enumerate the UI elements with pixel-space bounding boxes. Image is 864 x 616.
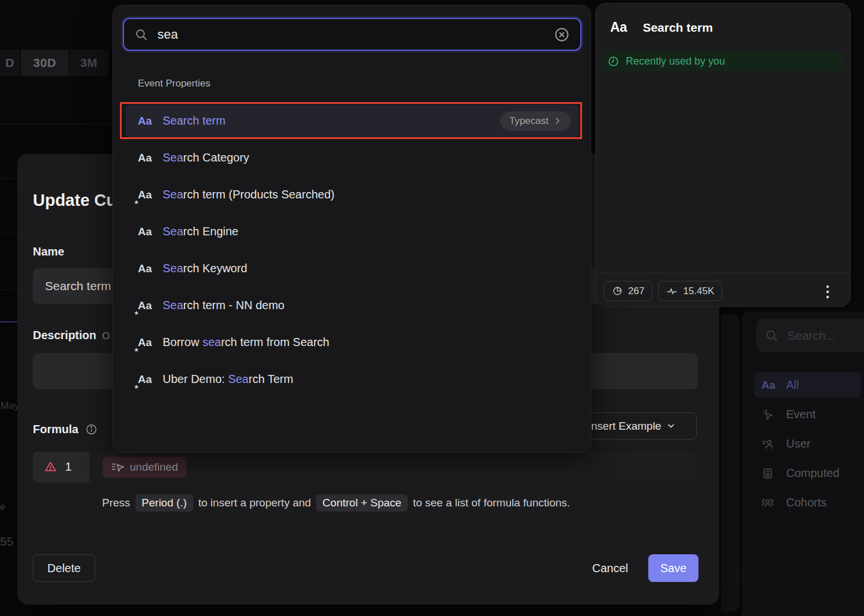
- description-label: DescriptionO: [33, 329, 110, 342]
- list-item-search-category[interactable]: Aa★ Search Category: [126, 141, 579, 174]
- kbd-period: Period (.): [136, 494, 193, 512]
- aa-glyph: Aa: [138, 299, 152, 311]
- property-label: Search term - NN demo: [163, 299, 284, 312]
- name-label: Name: [33, 245, 64, 258]
- background-divider: [0, 124, 112, 125]
- sidebar-item-cohorts[interactable]: Cohorts: [754, 490, 861, 516]
- label-suf: rch Category: [183, 151, 250, 164]
- aa-glyph: Aa: [138, 152, 152, 164]
- chevron-right-icon: [553, 117, 562, 125]
- typecast-button[interactable]: Typecast: [500, 111, 571, 131]
- text-property-icon: Aa★: [138, 373, 154, 386]
- text-property-icon: Aa★: [138, 299, 154, 312]
- volume-pill[interactable]: 15.45K: [658, 281, 722, 301]
- time-tab-3m[interactable]: 3M: [69, 50, 108, 76]
- label-suf: rch Term: [249, 373, 293, 385]
- aa-glyph: Aa: [138, 336, 152, 348]
- time-range-selector: D 30D 3M: [0, 50, 108, 76]
- calculator-icon: [761, 467, 779, 480]
- label-match: Sea: [163, 114, 183, 127]
- property-label: Uber Demo: Search Term: [163, 373, 293, 386]
- property-results-list: Aa★ Search term Typecast Aa★ Search Cate…: [126, 104, 579, 400]
- property-label: Search Category: [163, 151, 249, 164]
- cancel-button[interactable]: Cancel: [589, 554, 632, 582]
- delete-button[interactable]: Delete: [33, 554, 95, 582]
- search-input[interactable]: [156, 27, 546, 43]
- recently-used-badge: Recently used by you: [602, 51, 844, 71]
- time-tab-30d[interactable]: 30D: [21, 50, 69, 76]
- text-property-icon: Aa★: [138, 336, 154, 349]
- clear-search-icon[interactable]: [554, 27, 570, 43]
- details-footer-divider: [596, 273, 850, 273]
- sidebar-item-all[interactable]: Aa All: [754, 372, 861, 398]
- sidebar-item-label: Event: [786, 408, 816, 421]
- aa-glyph: Aa: [138, 373, 152, 385]
- background-card-edge: [721, 314, 740, 611]
- details-header: Aa Search term: [610, 20, 713, 35]
- property-search-popup: Event Properties Aa★ Search term Typecas…: [112, 5, 591, 453]
- aa-glyph: Aa: [138, 115, 152, 127]
- sidebar-item-computed[interactable]: Computed: [754, 460, 861, 486]
- label-pre: Uber Demo:: [163, 373, 228, 385]
- kbd-control-space: Control + Space: [316, 494, 408, 512]
- property-label: Borrow search term from Search: [163, 336, 329, 349]
- section-label: Event Properties: [138, 78, 211, 89]
- undefined-property-chip[interactable]: undefined: [103, 457, 186, 478]
- sidebar-item-user[interactable]: User: [754, 431, 861, 457]
- hint-press: Press: [102, 497, 130, 509]
- property-label: Search Keyword: [163, 262, 247, 275]
- property-label: Search Engine: [163, 225, 238, 238]
- label-match: Sea: [163, 299, 183, 311]
- sidebar-item-event[interactable]: Event: [754, 401, 861, 427]
- sidebar-item-label: Computed: [786, 467, 839, 480]
- list-item-uber-demo-search-term[interactable]: Aa★ Uber Demo: Search Term: [126, 363, 579, 396]
- save-button[interactable]: Save: [648, 554, 698, 582]
- label-pre: Borrow: [163, 336, 202, 348]
- text-property-icon: Aa: [761, 379, 779, 392]
- label-match: Sea: [163, 188, 183, 201]
- list-item-borrow-search-term[interactable]: Aa★ Borrow search term from Search: [126, 326, 579, 359]
- list-item-search-term[interactable]: Aa★ Search term Typecast: [126, 104, 579, 137]
- label-suf: rch term - NN demo: [183, 299, 285, 311]
- aa-glyph: Aa: [138, 189, 152, 201]
- chart-axis-label: May: [1, 400, 19, 412]
- sidebar-search-input[interactable]: [786, 328, 864, 343]
- list-item-search-engine[interactable]: Aa★ Search Engine: [126, 215, 579, 248]
- text-property-icon: Aa★: [138, 115, 154, 127]
- chart-gridline: [0, 290, 17, 290]
- error-count: 1: [65, 460, 72, 474]
- search-icon: [765, 329, 779, 343]
- time-tab-d[interactable]: D: [0, 50, 20, 76]
- aa-glyph: Aa: [138, 226, 152, 238]
- chart-series-line: [0, 321, 17, 322]
- list-item-search-term-products[interactable]: Aa★ Search term (Products Searched): [126, 178, 579, 211]
- list-item-search-keyword[interactable]: Aa★ Search Keyword: [126, 252, 579, 285]
- info-icon[interactable]: [85, 423, 97, 435]
- text-property-icon: Aa★: [138, 262, 154, 275]
- sidebar-item-label: Cohorts: [786, 496, 827, 509]
- custom-property-star-icon: ★: [134, 310, 139, 316]
- insert-example-label: nsert Example: [591, 420, 661, 433]
- sidebar-search-box[interactable]: [756, 319, 864, 352]
- volume-value: 15.45K: [683, 286, 714, 297]
- label-suf: rch Keyword: [183, 262, 247, 275]
- more-options-icon[interactable]: [824, 282, 832, 302]
- user-icon: [761, 438, 779, 450]
- clock-icon: [607, 55, 619, 67]
- search-box[interactable]: [123, 18, 581, 51]
- formula-input[interactable]: undefined: [89, 452, 698, 482]
- property-label: Search term: [163, 114, 226, 127]
- cardinality-pill[interactable]: 267: [604, 281, 652, 301]
- text-property-icon: Aa★: [138, 152, 154, 164]
- hint-tail: to see a list of formula functions.: [413, 497, 570, 509]
- label-match: Sea: [163, 225, 183, 238]
- list-item-search-term-nn-demo[interactable]: Aa★ Search term - NN demo: [126, 289, 579, 322]
- label-suf: rch term: [183, 114, 226, 127]
- chart-gridline: [0, 178, 17, 179]
- text-property-icon: Aa★: [138, 189, 154, 201]
- formula-label-row: Formula: [33, 423, 97, 436]
- modal-title: Update Cu: [33, 191, 117, 210]
- formula-label-text: Formula: [33, 423, 78, 436]
- description-optional-hint: O: [102, 330, 110, 341]
- text-property-icon: Aa: [610, 20, 627, 35]
